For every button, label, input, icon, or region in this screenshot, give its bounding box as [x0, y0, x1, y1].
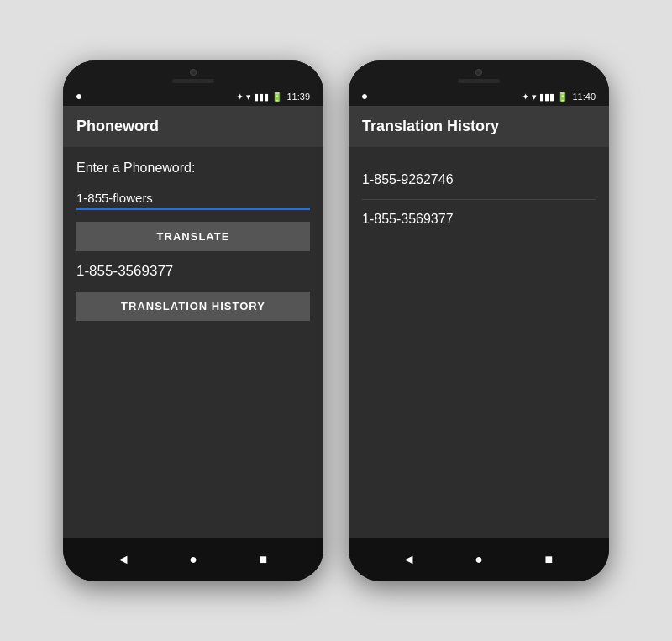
- status-left-2: [362, 94, 367, 99]
- status-bar-1: ✦ ▾ ▮▮▮ 🔋 11:39: [63, 88, 323, 106]
- status-icons-1: ✦ ▾ ▮▮▮ 🔋: [236, 92, 283, 102]
- phone-top: [63, 60, 323, 88]
- time-display-2: 11:40: [572, 92, 596, 102]
- battery-icon-2: 🔋: [557, 92, 569, 102]
- phoneword-input[interactable]: [76, 187, 310, 210]
- wifi-icon: ▾: [246, 92, 251, 102]
- phone-top-2: [349, 60, 609, 88]
- phone-1: ✦ ▾ ▮▮▮ 🔋 11:39 Phoneword Enter a Phonew…: [63, 60, 323, 581]
- history-item-2: 1-855-3569377: [362, 200, 596, 239]
- wifi-icon-2: ▾: [532, 92, 537, 102]
- translated-number: 1-855-3569377: [76, 263, 310, 280]
- front-camera-2: [475, 69, 482, 76]
- recent-button-1[interactable]: ■: [249, 546, 276, 573]
- history-list: 1-855-9262746 1-855-3569377: [362, 160, 596, 239]
- status-bar-2: ✦ ▾ ▮▮▮ 🔋 11:40: [349, 88, 609, 106]
- earpiece-speaker-2: [458, 79, 500, 83]
- status-left-1: [76, 94, 81, 99]
- app-content-2: 1-855-9262746 1-855-3569377: [349, 147, 609, 538]
- back-button-2[interactable]: ◄: [396, 546, 423, 573]
- phone-2: ✦ ▾ ▮▮▮ 🔋 11:40 Translation History 1-85…: [349, 60, 609, 581]
- status-right-1: ✦ ▾ ▮▮▮ 🔋 11:39: [236, 92, 310, 102]
- bluetooth-icon-2: ✦: [522, 92, 529, 102]
- front-camera: [190, 69, 197, 76]
- time-display-1: 11:39: [286, 92, 310, 102]
- history-item-1: 1-855-9262746: [362, 160, 596, 200]
- signal-icon: ▮▮▮: [254, 92, 269, 102]
- nav-bar-2: ◄ ● ■: [349, 538, 609, 581]
- app-title-2: Translation History: [362, 118, 596, 135]
- home-button-2[interactable]: ●: [465, 546, 492, 573]
- app-toolbar-2: Translation History: [349, 106, 609, 147]
- status-right-2: ✦ ▾ ▮▮▮ 🔋 11:40: [522, 92, 596, 102]
- bluetooth-icon: ✦: [236, 92, 244, 102]
- translate-button[interactable]: TRANSLATE: [76, 222, 310, 251]
- signal-icon-2: ▮▮▮: [539, 92, 554, 102]
- earpiece-speaker: [172, 79, 214, 83]
- translation-history-button[interactable]: TRANSLATION HISTORY: [76, 292, 310, 321]
- status-indicator-2: [362, 94, 367, 99]
- app-toolbar-1: Phoneword: [63, 106, 323, 147]
- app-screen-2: Translation History 1-855-9262746 1-855-…: [349, 106, 609, 538]
- battery-icon: 🔋: [271, 92, 283, 102]
- home-button-1[interactable]: ●: [180, 546, 207, 573]
- recent-button-2[interactable]: ■: [535, 546, 562, 573]
- input-container: [76, 187, 310, 210]
- status-indicator: [76, 94, 81, 99]
- app-title-1: Phoneword: [76, 118, 310, 135]
- input-label: Enter a Phoneword:: [76, 160, 310, 176]
- status-icons-2: ✦ ▾ ▮▮▮ 🔋: [522, 92, 569, 102]
- app-content-1: Enter a Phoneword: TRANSLATE 1-855-35693…: [63, 147, 323, 538]
- nav-bar-1: ◄ ● ■: [63, 538, 323, 581]
- app-screen-1: Phoneword Enter a Phoneword: TRANSLATE 1…: [63, 106, 323, 538]
- phones-container: ✦ ▾ ▮▮▮ 🔋 11:39 Phoneword Enter a Phonew…: [63, 60, 609, 581]
- back-button-1[interactable]: ◄: [110, 546, 137, 573]
